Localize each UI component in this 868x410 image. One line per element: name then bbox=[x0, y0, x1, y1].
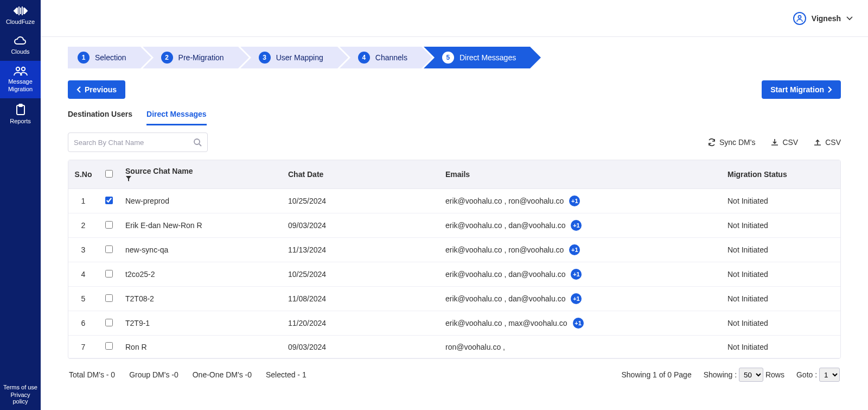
cell-check bbox=[98, 213, 120, 238]
user-name: Vignesh bbox=[812, 14, 841, 23]
row-checkbox[interactable] bbox=[105, 342, 113, 350]
cell-chat-name: Ron R bbox=[120, 336, 283, 358]
cell-sno: 5 bbox=[68, 287, 98, 311]
users-icon bbox=[13, 66, 28, 76]
cell-status: Not Initiated bbox=[722, 311, 840, 336]
cell-emails: erik@voohalu.co , dan@voohalu.co+1 bbox=[440, 213, 722, 238]
table-row: 2Erik E-dan New-Ron R09/03/2024erik@vooh… bbox=[68, 213, 840, 238]
col-chat-header[interactable]: Source Chat Name bbox=[120, 160, 283, 189]
goto-label: Goto : bbox=[796, 370, 817, 379]
start-migration-button[interactable]: Start Migration bbox=[762, 80, 841, 99]
showing-rows-group: Showing : 50 Rows bbox=[704, 368, 784, 382]
cell-emails: erik@voohalu.co , ron@voohalu.co+1 bbox=[440, 238, 722, 262]
more-emails-pill[interactable]: +1 bbox=[569, 244, 580, 255]
user-avatar-icon bbox=[793, 12, 806, 25]
step-label: Direct Messages bbox=[459, 53, 516, 62]
cell-chat-date: 10/25/2024 bbox=[283, 262, 440, 287]
row-checkbox[interactable] bbox=[105, 245, 113, 253]
wizard-step-3[interactable]: 3User Mapping bbox=[240, 47, 337, 68]
emails-text: erik@voohalu.co , max@voohalu.co bbox=[445, 319, 567, 327]
selected-count: Selected - 1 bbox=[266, 370, 307, 379]
total-dms: Total DM's - 0 bbox=[69, 370, 115, 379]
step-label: Selection bbox=[95, 53, 126, 62]
more-emails-pill[interactable]: +1 bbox=[571, 220, 582, 231]
filter-icon[interactable] bbox=[125, 175, 277, 182]
emails-text: erik@voohalu.co , ron@voohalu.co bbox=[445, 245, 564, 254]
tab-direct-messages[interactable]: Direct Messages bbox=[146, 106, 207, 125]
showing-label: Showing : bbox=[704, 370, 737, 379]
row-checkbox[interactable] bbox=[105, 270, 113, 277]
step-label: Pre-Migration bbox=[178, 53, 224, 62]
cell-chat-name: Erik E-dan New-Ron R bbox=[120, 213, 283, 238]
cell-sno: 3 bbox=[68, 238, 98, 262]
row-checkbox[interactable] bbox=[105, 319, 113, 326]
emails-text: erik@voohalu.co , ron@voohalu.co bbox=[445, 197, 564, 205]
step-label: User Mapping bbox=[276, 53, 323, 62]
dm-table: S.No Source Chat Name Chat Date bbox=[68, 160, 841, 359]
privacy-link[interactable]: Privacy policy bbox=[2, 392, 39, 405]
col-date-header[interactable]: Chat Date bbox=[283, 160, 440, 189]
row-checkbox[interactable] bbox=[105, 221, 113, 229]
table-row: 1New-preprod10/25/2024erik@voohalu.co , … bbox=[68, 189, 840, 213]
user-menu[interactable]: Vignesh bbox=[793, 12, 853, 25]
terms-link[interactable]: Terms of use bbox=[2, 384, 39, 390]
cell-check bbox=[98, 287, 120, 311]
table-row: 4t2co25-210/25/2024erik@voohalu.co , dan… bbox=[68, 262, 840, 287]
cell-status: Not Initiated bbox=[722, 336, 840, 358]
row-checkbox[interactable] bbox=[105, 197, 113, 204]
sync-icon bbox=[707, 138, 716, 147]
wizard-step-2[interactable]: 2Pre-Migration bbox=[143, 47, 238, 68]
sidebar-item-clouds[interactable]: Clouds bbox=[0, 31, 41, 61]
search-input[interactable] bbox=[74, 138, 193, 147]
brand-logo[interactable]: CloudFuze bbox=[0, 0, 41, 31]
search-box[interactable] bbox=[68, 133, 208, 152]
cell-sno: 2 bbox=[68, 213, 98, 238]
cell-sno: 1 bbox=[68, 189, 98, 213]
emails-text: erik@voohalu.co , dan@voohalu.co bbox=[445, 294, 565, 303]
svg-point-0 bbox=[16, 67, 19, 71]
more-emails-pill[interactable]: +1 bbox=[573, 318, 584, 329]
cell-status: Not Initiated bbox=[722, 238, 840, 262]
cell-chat-name: t2co25-2 bbox=[120, 262, 283, 287]
more-emails-pill[interactable]: +1 bbox=[571, 269, 582, 280]
svg-point-5 bbox=[194, 139, 200, 144]
rows-per-page-select[interactable]: 50 bbox=[739, 368, 763, 382]
col-emails-header[interactable]: Emails bbox=[440, 160, 722, 189]
emails-text: erik@voohalu.co , dan@voohalu.co bbox=[445, 221, 565, 230]
emails-text: erik@voohalu.co , dan@voohalu.co bbox=[445, 270, 565, 279]
cell-chat-name: T2T08-2 bbox=[120, 287, 283, 311]
cell-chat-name: T2T9-1 bbox=[120, 311, 283, 336]
wizard-step-1[interactable]: 1Selection bbox=[68, 47, 141, 68]
wizard-step-5[interactable]: 5Direct Messages bbox=[424, 47, 530, 68]
sidebar-item-label: Clouds bbox=[11, 48, 29, 55]
sidebar-item-message-migration[interactable]: Message Migration bbox=[0, 61, 41, 98]
previous-button[interactable]: Previous bbox=[68, 80, 125, 99]
tab-destination-users[interactable]: Destination Users bbox=[68, 106, 132, 125]
cell-chat-date: 09/03/2024 bbox=[283, 336, 440, 358]
svg-point-4 bbox=[798, 15, 801, 18]
more-emails-pill[interactable]: +1 bbox=[569, 195, 580, 206]
wizard-step-4[interactable]: 4Channels bbox=[340, 47, 422, 68]
sidebar-item-reports[interactable]: Reports bbox=[0, 98, 41, 130]
more-emails-pill[interactable]: +1 bbox=[571, 293, 582, 304]
download-csv-link[interactable]: CSV bbox=[770, 138, 798, 147]
cell-check bbox=[98, 262, 120, 287]
previous-label: Previous bbox=[85, 85, 117, 94]
rows-label: Rows bbox=[765, 370, 784, 379]
wizard-steps: 1Selection2Pre-Migration3User Mapping4Ch… bbox=[68, 47, 841, 68]
cell-emails: erik@voohalu.co , max@voohalu.co+1 bbox=[440, 311, 722, 336]
select-all-checkbox[interactable] bbox=[105, 170, 113, 178]
sync-dms-link[interactable]: Sync DM's bbox=[707, 138, 755, 147]
col-status-header[interactable]: Migration Status bbox=[722, 160, 840, 189]
brand-label: CloudFuze bbox=[6, 18, 35, 26]
step-number: 1 bbox=[78, 52, 90, 64]
clipboard-icon bbox=[15, 104, 27, 116]
col-sno-header[interactable]: S.No bbox=[68, 160, 98, 189]
upload-icon bbox=[813, 138, 822, 147]
cell-chat-date: 11/08/2024 bbox=[283, 287, 440, 311]
goto-page-select[interactable]: 1 bbox=[819, 368, 840, 382]
row-checkbox[interactable] bbox=[105, 294, 113, 302]
cell-emails: ron@voohalu.co , bbox=[440, 336, 722, 358]
upload-csv-link[interactable]: CSV bbox=[813, 138, 841, 147]
content-tabs: Destination Users Direct Messages bbox=[68, 106, 841, 126]
